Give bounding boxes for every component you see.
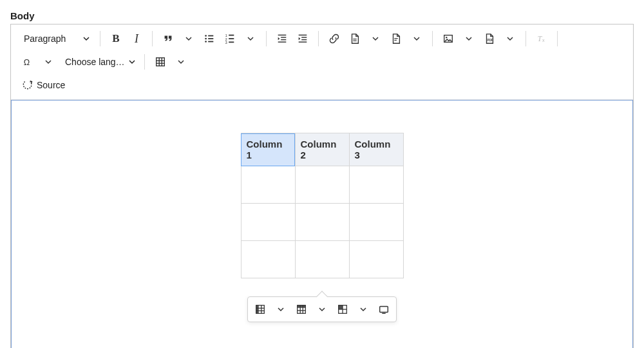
pdf-button[interactable]: PDF xyxy=(479,28,500,49)
document-insert-button[interactable] xyxy=(386,28,406,49)
svg-point-0 xyxy=(205,35,207,37)
svg-rect-36 xyxy=(256,305,259,314)
source-icon xyxy=(23,79,34,91)
separator xyxy=(144,54,145,70)
image-icon xyxy=(442,33,454,44)
document-upload-dropdown[interactable] xyxy=(365,35,386,42)
table-cell[interactable] xyxy=(241,166,295,204)
heading-dropdown-label: Paragraph xyxy=(24,34,66,44)
language-dropdown[interactable]: Choose lang… xyxy=(59,52,139,72)
italic-icon: I xyxy=(135,32,138,46)
table-column-button[interactable] xyxy=(251,300,270,319)
italic-button[interactable]: I xyxy=(126,28,147,49)
numbered-list-button[interactable]: 123 xyxy=(220,28,240,49)
numbered-list-icon: 123 xyxy=(224,33,236,44)
table-cell[interactable] xyxy=(295,204,349,241)
outdent-button[interactable] xyxy=(272,28,292,49)
table-column-dropdown[interactable] xyxy=(271,300,290,319)
bulleted-list-button[interactable] xyxy=(199,28,220,49)
svg-text:PDF: PDF xyxy=(487,39,493,42)
table-cell[interactable] xyxy=(349,241,403,278)
table-cell[interactable] xyxy=(295,241,349,278)
field-label: Body xyxy=(10,10,634,21)
source-button[interactable]: Source xyxy=(17,75,70,95)
separator xyxy=(152,31,153,46)
indent-button[interactable] xyxy=(292,28,313,49)
table-header-cell[interactable]: Column 1 xyxy=(241,133,295,166)
separator xyxy=(526,31,526,46)
svg-text:3: 3 xyxy=(225,41,227,44)
bold-icon: B xyxy=(112,32,119,45)
svg-rect-15 xyxy=(278,42,287,43)
svg-rect-3 xyxy=(208,38,213,39)
svg-rect-23 xyxy=(394,40,397,41)
svg-rect-14 xyxy=(281,39,286,40)
remove-format-button[interactable]: Tx xyxy=(531,28,552,49)
editor-content[interactable]: Column 1Column 2Column 3 POWERED BY CKE xyxy=(11,100,633,348)
document-upload-button[interactable] xyxy=(345,28,365,49)
svg-rect-49 xyxy=(380,307,388,313)
merge-cells-button[interactable] xyxy=(333,300,352,319)
link-button[interactable] xyxy=(324,28,345,49)
svg-rect-17 xyxy=(301,37,307,37)
svg-rect-46 xyxy=(339,305,343,309)
source-button-label: Source xyxy=(37,80,65,90)
svg-text:x: x xyxy=(542,37,545,43)
table-cell[interactable] xyxy=(349,166,403,204)
quote-icon xyxy=(162,33,174,44)
bold-button[interactable]: B xyxy=(106,28,126,49)
indent-icon xyxy=(297,33,308,44)
table-header-cell[interactable]: Column 2 xyxy=(295,133,349,166)
table-cell[interactable] xyxy=(349,204,403,241)
table-row xyxy=(241,241,403,278)
document-insert-dropdown[interactable] xyxy=(406,35,427,42)
special-char-dropdown[interactable] xyxy=(38,59,59,65)
blockquote-dropdown[interactable] xyxy=(178,35,199,42)
blockquote-button[interactable] xyxy=(158,28,178,49)
svg-text:Ω: Ω xyxy=(24,58,30,67)
table-row-button[interactable] xyxy=(292,300,311,319)
numbered-list-dropdown[interactable] xyxy=(240,35,261,42)
svg-rect-9 xyxy=(229,38,234,39)
fullscreen-button[interactable] xyxy=(374,300,393,319)
separator xyxy=(266,31,267,46)
document-alt-icon xyxy=(390,33,402,44)
merge-cells-dropdown[interactable] xyxy=(354,300,373,319)
heading-dropdown[interactable]: Paragraph xyxy=(17,28,95,49)
svg-point-4 xyxy=(205,41,207,43)
content-table[interactable]: Column 1Column 2Column 3 xyxy=(241,133,404,278)
bulleted-list-icon xyxy=(204,33,215,44)
separator xyxy=(100,31,100,46)
table-cell[interactable] xyxy=(241,204,295,241)
table-cell[interactable] xyxy=(295,166,349,204)
fullscreen-icon xyxy=(378,304,390,315)
special-char-button[interactable]: Ω xyxy=(17,52,38,72)
table-cell[interactable] xyxy=(241,241,295,278)
svg-rect-12 xyxy=(278,35,287,35)
table-header-row: Column 1Column 2Column 3 xyxy=(241,133,403,166)
table-button[interactable] xyxy=(150,52,171,72)
svg-rect-1 xyxy=(208,35,213,37)
pdf-dropdown[interactable] xyxy=(500,35,520,42)
link-icon xyxy=(328,33,340,44)
svg-rect-30 xyxy=(156,58,164,66)
language-dropdown-label: Choose lang… xyxy=(65,57,125,67)
pdf-icon: PDF xyxy=(484,33,495,44)
table-dropdown[interactable] xyxy=(171,59,191,65)
svg-rect-13 xyxy=(281,37,286,37)
table-row xyxy=(241,166,403,204)
chevron-down-icon xyxy=(129,59,135,65)
svg-rect-16 xyxy=(299,35,307,35)
table-column-icon xyxy=(254,304,266,315)
omega-icon: Ω xyxy=(22,56,33,68)
image-dropdown[interactable] xyxy=(459,35,479,42)
table-header-cell[interactable]: Column 3 xyxy=(349,133,403,166)
remove-format-icon: Tx xyxy=(536,33,547,44)
editor-wrapper: Paragraph B I 123 xyxy=(10,24,634,348)
table-row-dropdown[interactable] xyxy=(312,300,332,319)
image-button[interactable] xyxy=(438,28,459,49)
svg-rect-11 xyxy=(229,42,234,43)
svg-rect-21 xyxy=(353,41,356,41)
svg-rect-41 xyxy=(298,305,306,308)
svg-rect-19 xyxy=(299,42,307,43)
